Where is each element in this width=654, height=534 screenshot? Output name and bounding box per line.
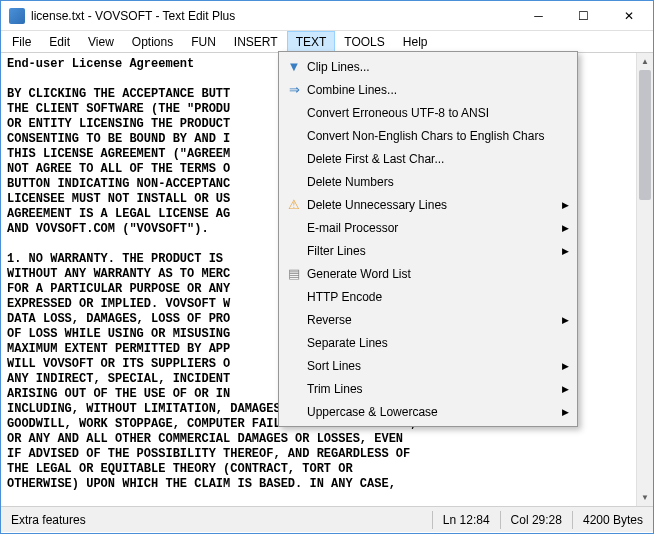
menu-item-label: Generate Word List: [307, 267, 411, 281]
window-title: license.txt - VOVSOFT - Text Edit Plus: [31, 9, 516, 23]
status-bytes: 4200 Bytes: [573, 513, 653, 527]
menu-item-label: Convert Erroneous UTF-8 to ANSI: [307, 106, 489, 120]
menu-insert[interactable]: INSERT: [225, 31, 287, 52]
menu-item-uppercase-lowercase[interactable]: Uppercase & Lowercase▶: [281, 400, 575, 423]
menu-item-convert-erroneous-utf-8-to-ansi[interactable]: Convert Erroneous UTF-8 to ANSI: [281, 101, 575, 124]
menu-item-e-mail-processor[interactable]: E-mail Processor▶: [281, 216, 575, 239]
menu-item-sort-lines[interactable]: Sort Lines▶: [281, 354, 575, 377]
menu-item-delete-numbers[interactable]: Delete Numbers: [281, 170, 575, 193]
menu-help[interactable]: Help: [394, 31, 437, 52]
menu-item-label: Sort Lines: [307, 359, 361, 373]
menu-item-label: Reverse: [307, 313, 352, 327]
status-line: Ln 12:84: [433, 513, 500, 527]
submenu-arrow-icon: ▶: [562, 246, 569, 256]
menu-item-label: Combine Lines...: [307, 83, 397, 97]
menu-item-label: Trim Lines: [307, 382, 363, 396]
combine-icon: ⇒: [281, 82, 307, 97]
menu-tools[interactable]: TOOLS: [335, 31, 393, 52]
text-menu-dropdown: ▼Clip Lines...⇒Combine Lines...Convert E…: [278, 51, 578, 427]
doc-icon: ▤: [281, 266, 307, 281]
menu-item-http-encode[interactable]: HTTP Encode: [281, 285, 575, 308]
menu-bar: FileEditViewOptionsFUNINSERTTEXTTOOLSHel…: [1, 31, 653, 53]
maximize-button[interactable]: ☐: [561, 2, 606, 30]
menu-item-reverse[interactable]: Reverse▶: [281, 308, 575, 331]
status-col: Col 29:28: [501, 513, 572, 527]
menu-item-label: Delete First & Last Char...: [307, 152, 444, 166]
menu-item-label: Delete Numbers: [307, 175, 394, 189]
menu-view[interactable]: View: [79, 31, 123, 52]
menu-options[interactable]: Options: [123, 31, 182, 52]
submenu-arrow-icon: ▶: [562, 223, 569, 233]
scroll-up-arrow[interactable]: ▲: [637, 53, 653, 70]
menu-item-separate-lines[interactable]: Separate Lines: [281, 331, 575, 354]
menu-item-label: Delete Unnecessary Lines: [307, 198, 447, 212]
submenu-arrow-icon: ▶: [562, 407, 569, 417]
vertical-scrollbar[interactable]: ▲ ▼: [636, 53, 653, 506]
funnel-icon: ▼: [281, 59, 307, 74]
scroll-down-arrow[interactable]: ▼: [637, 489, 653, 506]
title-bar: license.txt - VOVSOFT - Text Edit Plus ─…: [1, 1, 653, 31]
menu-item-label: Uppercase & Lowercase: [307, 405, 438, 419]
app-icon: [9, 8, 25, 24]
menu-item-combine-lines[interactable]: ⇒Combine Lines...: [281, 78, 575, 101]
menu-item-convert-non-english-chars-to-english-chars[interactable]: Convert Non-English Chars to English Cha…: [281, 124, 575, 147]
menu-text[interactable]: TEXT: [287, 31, 336, 52]
menu-item-delete-unnecessary-lines[interactable]: ⚠Delete Unnecessary Lines▶: [281, 193, 575, 216]
menu-fun[interactable]: FUN: [182, 31, 225, 52]
close-button[interactable]: ✕: [606, 2, 651, 30]
menu-item-label: HTTP Encode: [307, 290, 382, 304]
menu-file[interactable]: File: [3, 31, 40, 52]
submenu-arrow-icon: ▶: [562, 384, 569, 394]
menu-item-filter-lines[interactable]: Filter Lines▶: [281, 239, 575, 262]
menu-item-label: E-mail Processor: [307, 221, 398, 235]
status-extra: Extra features: [1, 513, 96, 527]
submenu-arrow-icon: ▶: [562, 361, 569, 371]
status-bar: Extra features Ln 12:84 Col 29:28 4200 B…: [1, 506, 653, 532]
warn-icon: ⚠: [281, 197, 307, 212]
submenu-arrow-icon: ▶: [562, 315, 569, 325]
menu-item-delete-first-last-char[interactable]: Delete First & Last Char...: [281, 147, 575, 170]
scroll-track[interactable]: [637, 70, 653, 489]
menu-item-label: Convert Non-English Chars to English Cha…: [307, 129, 544, 143]
menu-item-label: Filter Lines: [307, 244, 366, 258]
submenu-arrow-icon: ▶: [562, 200, 569, 210]
menu-item-clip-lines[interactable]: ▼Clip Lines...: [281, 55, 575, 78]
menu-item-label: Separate Lines: [307, 336, 388, 350]
menu-item-trim-lines[interactable]: Trim Lines▶: [281, 377, 575, 400]
menu-item-generate-word-list[interactable]: ▤Generate Word List: [281, 262, 575, 285]
minimize-button[interactable]: ─: [516, 2, 561, 30]
scroll-thumb[interactable]: [639, 70, 651, 200]
menu-item-label: Clip Lines...: [307, 60, 370, 74]
menu-edit[interactable]: Edit: [40, 31, 79, 52]
